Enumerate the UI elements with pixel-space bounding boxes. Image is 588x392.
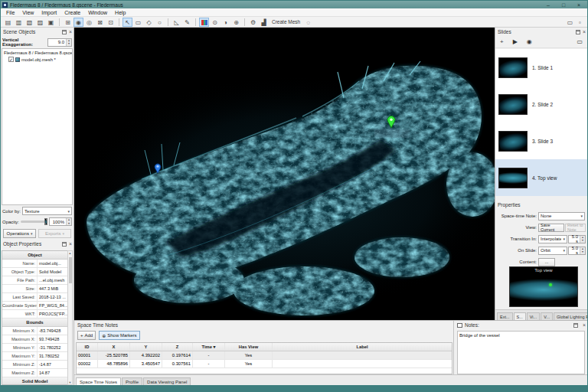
- tab-slides[interactable]: S...: [514, 312, 526, 320]
- vertical-scrollbar[interactable]: ▴ ▾: [67, 250, 73, 385]
- float-panel-icon[interactable]: [576, 30, 580, 34]
- transition-time-stepper[interactable]: 5.0 s ▴ ▾: [568, 235, 586, 243]
- create-mesh-button[interactable]: Create Mesh: [270, 19, 302, 24]
- settings-tool-icon[interactable]: ⚙: [248, 18, 258, 27]
- vertical-exaggeration-stepper[interactable]: 9.0 ▴ ▾: [47, 38, 72, 47]
- lasso-select-icon[interactable]: ○: [155, 18, 165, 27]
- present-monitor-icon[interactable]: ▭: [577, 38, 583, 47]
- profile-tool-icon[interactable]: ◺: [172, 18, 181, 27]
- minimize-icon[interactable]: –: [544, 2, 552, 8]
- tab-profile[interactable]: Profile: [122, 377, 142, 385]
- float-panel-icon[interactable]: [62, 242, 67, 247]
- palette-tool-icon[interactable]: [199, 18, 209, 27]
- col-id[interactable]: ID: [77, 343, 98, 351]
- on-slide-dropdown[interactable]: Orbit ▾: [538, 247, 567, 255]
- grid-view-icon[interactable]: ⊞: [63, 18, 73, 27]
- tab-space-time-notes[interactable]: Space Time Notes: [76, 377, 121, 385]
- maximize-icon[interactable]: □: [560, 2, 567, 8]
- col-time[interactable]: Time ▾: [193, 343, 225, 351]
- operations-button[interactable]: Operations ▾: [3, 229, 36, 238]
- poly-select-icon[interactable]: ◇: [144, 18, 154, 27]
- close-icon[interactable]: ×: [575, 2, 583, 8]
- exports-button[interactable]: Exports ▾: [38, 229, 71, 238]
- slide-item-3[interactable]: 3. Slide 3: [495, 122, 587, 159]
- slide-item-2[interactable]: 2. Slide 2: [495, 86, 587, 122]
- 3d-viewport[interactable]: [74, 28, 495, 320]
- scroll-up-icon[interactable]: ▴: [68, 251, 72, 255]
- close-panel-icon[interactable]: ×: [583, 323, 586, 328]
- opacity-slider-handle[interactable]: [44, 218, 47, 225]
- capture-slide-icon[interactable]: ◉: [527, 38, 532, 47]
- col-y[interactable]: Y: [130, 343, 162, 351]
- col-has-view[interactable]: Has View: [225, 343, 273, 351]
- zoom-extents-icon[interactable]: ⊠: [95, 18, 105, 27]
- opacity-stepper[interactable]: 100% ▴ ▾: [49, 217, 72, 226]
- zoom-selection-icon[interactable]: ⊡: [106, 18, 116, 27]
- close-panel-icon[interactable]: ×: [69, 30, 72, 34]
- add-data-icon[interactable]: ▨: [35, 18, 45, 27]
- slide-preview[interactable]: Top view: [509, 266, 578, 307]
- mesh-chart-icon[interactable]: ▟: [259, 18, 269, 27]
- space-time-note-dropdown[interactable]: None ▾: [538, 212, 585, 220]
- slide-item-1[interactable]: 1. Slide 1: [495, 49, 587, 86]
- tab-views[interactable]: Vi...: [527, 312, 540, 320]
- col-label[interactable]: Label: [273, 343, 452, 351]
- menu-file[interactable]: File: [2, 10, 18, 15]
- on-slide-time-stepper[interactable]: 5.0 s ▴ ▾: [568, 247, 586, 255]
- tab-v[interactable]: V...: [541, 312, 553, 320]
- float-window-icon[interactable]: ▭: [565, 18, 575, 27]
- menu-import[interactable]: Import: [38, 10, 60, 15]
- reset-to-note-button[interactable]: Reset to Note: [565, 224, 586, 232]
- measure-tool-icon[interactable]: ✎: [182, 18, 192, 27]
- move-tool-icon[interactable]: ⊕: [231, 18, 241, 27]
- menu-window[interactable]: Window: [84, 10, 111, 15]
- explore-tool-icon[interactable]: ◑: [220, 18, 230, 27]
- import-file-icon[interactable]: ▥: [14, 18, 24, 27]
- save-current-button[interactable]: Save Current: [538, 224, 564, 232]
- dock-window-icon[interactable]: ▫: [575, 18, 585, 27]
- spin-down-icon[interactable]: ▾: [580, 239, 585, 243]
- tab-global-lighting[interactable]: Global Lighting P...: [554, 312, 587, 320]
- close-panel-icon[interactable]: ×: [69, 242, 72, 247]
- lasso-extra-icon[interactable]: ◌: [303, 18, 313, 27]
- scroll-down-icon[interactable]: ▾: [68, 381, 72, 384]
- float-panel-icon[interactable]: [573, 323, 578, 328]
- select-cursor-icon[interactable]: ↖: [122, 18, 132, 27]
- tab-extensions[interactable]: Ext...: [497, 312, 513, 320]
- menu-view[interactable]: View: [18, 10, 38, 15]
- menu-help[interactable]: Help: [111, 10, 129, 15]
- hide-object-icon[interactable]: ◎: [84, 18, 94, 27]
- show-object-icon[interactable]: ◉: [74, 18, 83, 27]
- open-scene-icon[interactable]: ▧: [24, 18, 34, 27]
- color-by-dropdown[interactable]: Texture ▾: [22, 207, 72, 215]
- opacity-slider[interactable]: [21, 220, 47, 223]
- scene-tree-item-model[interactable]: ✓ model.obj.mesh *: [2, 56, 72, 62]
- rect-select-icon[interactable]: ▭: [133, 18, 143, 27]
- menu-create[interactable]: Create: [60, 10, 84, 15]
- visibility-checkbox[interactable]: ✓: [8, 57, 14, 62]
- show-markers-toggle[interactable]: ⊕ Show Markers: [99, 331, 139, 340]
- tab-data-viewing-panel[interactable]: Data Viewing Panel: [143, 377, 191, 385]
- save-scene-icon[interactable]: ▣: [46, 18, 56, 27]
- col-z[interactable]: Z: [162, 343, 193, 351]
- scene-tree-root[interactable]: Fledermaus 8 / Fledermaus 8.qscene: [2, 49, 72, 56]
- close-panel-icon[interactable]: ×: [583, 30, 586, 34]
- note-row-1[interactable]: 00001 -25.520785 4.392202 0.197614 - Yes: [77, 351, 452, 360]
- property-label: Name:: [2, 260, 38, 267]
- col-x[interactable]: X: [98, 343, 130, 351]
- add-note-button[interactable]: + Add: [77, 331, 96, 340]
- spin-down-icon[interactable]: ▾: [67, 42, 71, 46]
- import-sd-card-icon[interactable]: ▤: [3, 18, 13, 27]
- globe-tool-icon[interactable]: ⊙: [210, 18, 220, 27]
- notes-textarea[interactable]: Bridge of the vessel: [457, 331, 585, 374]
- note-row-2[interactable]: 00002 48.785896 3.450547 0.307561 - Yes: [77, 360, 452, 368]
- transition-in-dropdown[interactable]: Interpolate ▾: [538, 235, 567, 243]
- spin-down-icon[interactable]: ▾: [67, 222, 71, 226]
- float-panel-icon[interactable]: [62, 30, 67, 34]
- content-button[interactable]: ...: [538, 258, 555, 266]
- spin-down-icon[interactable]: ▾: [580, 250, 585, 254]
- add-slide-icon[interactable]: +: [500, 38, 504, 47]
- scrollbar-thumb[interactable]: [69, 257, 72, 283]
- play-slides-icon[interactable]: ▶: [513, 38, 518, 47]
- slide-item-4[interactable]: 4. Top view: [495, 159, 587, 196]
